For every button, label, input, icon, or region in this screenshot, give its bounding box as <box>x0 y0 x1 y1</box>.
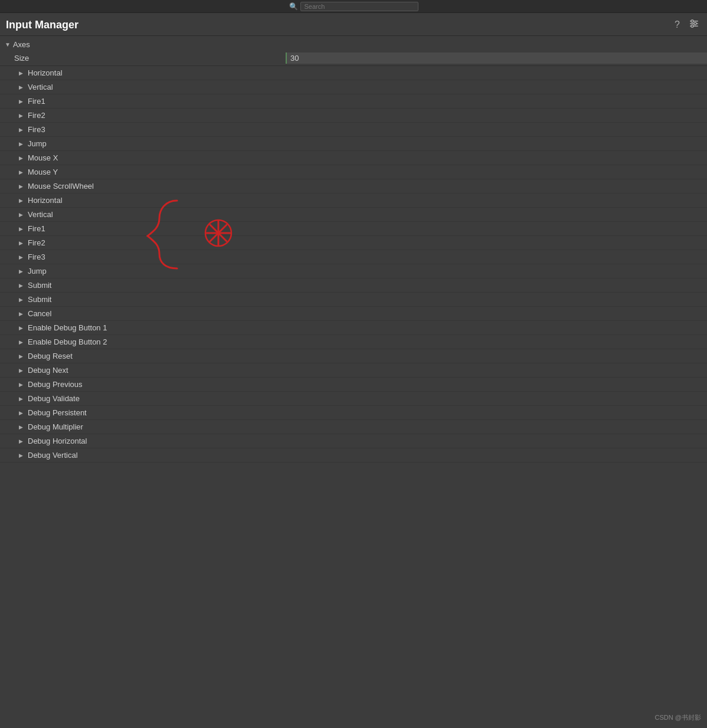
svg-point-4 <box>694 22 696 25</box>
list-item-label: Debug Previous <box>28 380 83 389</box>
list-item[interactable]: ▶Fire3 <box>0 123 707 137</box>
list-item-arrow-icon: ▶ <box>19 183 23 189</box>
list-item-arrow-icon: ▶ <box>19 198 23 204</box>
list-item-arrow-icon: ▶ <box>19 368 23 373</box>
axes-list: ▶Horizontal▶Vertical▶Fire1▶Fire2▶Fire3▶J… <box>0 66 707 463</box>
list-item-arrow-icon: ▶ <box>19 325 23 331</box>
list-item-label: Submit <box>28 281 51 290</box>
list-item[interactable]: ▶Fire1 <box>0 94 707 109</box>
list-item-label: Fire2 <box>28 111 45 120</box>
list-item-arrow-icon: ▶ <box>19 155 23 161</box>
list-item[interactable]: ▶Jump <box>0 137 707 151</box>
list-item-label: Jump <box>28 267 47 276</box>
list-item-label: Debug Horizontal <box>28 437 87 445</box>
list-item-label: Debug Persistent <box>28 408 87 417</box>
list-item[interactable]: ▶Debug Persistent <box>0 406 707 420</box>
search-bar: 🔍 <box>0 0 707 13</box>
list-item-label: Debug Next <box>28 366 68 375</box>
list-item[interactable]: ▶Horizontal <box>0 66 707 80</box>
list-item-arrow-icon: ▶ <box>19 311 23 317</box>
app-container: 🔍 Input Manager ? ▼ Axes <box>0 0 707 465</box>
list-item[interactable]: ▶Debug Vertical <box>0 448 707 463</box>
list-item[interactable]: ▶Mouse ScrollWheel <box>0 179 707 194</box>
list-item[interactable]: ▶Submit <box>0 293 707 307</box>
list-item-label: Mouse Y <box>28 168 58 176</box>
search-input[interactable] <box>300 2 418 11</box>
list-item[interactable]: ▶Debug Validate <box>0 392 707 406</box>
svg-point-5 <box>691 25 693 27</box>
list-item-arrow-icon: ▶ <box>19 113 23 119</box>
list-item[interactable]: ▶Debug Reset <box>0 349 707 363</box>
list-item[interactable]: ▶Fire2 <box>0 109 707 123</box>
list-item-arrow-icon: ▶ <box>19 452 23 458</box>
list-item[interactable]: ▶Mouse X <box>0 151 707 165</box>
list-item-arrow-icon: ▶ <box>19 283 23 288</box>
list-item-label: Mouse ScrollWheel <box>28 182 94 191</box>
list-item-label: Mouse X <box>28 153 58 162</box>
list-item-arrow-icon: ▶ <box>19 127 23 133</box>
axes-section-header[interactable]: ▼ Axes <box>0 38 707 51</box>
list-item-arrow-icon: ▶ <box>19 382 23 388</box>
list-item-arrow-icon: ▶ <box>19 84 23 90</box>
list-item[interactable]: ▶Fire1 <box>0 222 707 236</box>
list-item-arrow-icon: ▶ <box>19 254 23 260</box>
list-item[interactable]: ▶Enable Debug Button 2 <box>0 335 707 349</box>
list-item-label: Debug Reset <box>28 352 73 360</box>
content-area: ▼ Axes Size ▶Horizontal▶Vertical▶Fire1▶F… <box>0 36 707 465</box>
list-item-arrow-icon: ▶ <box>19 339 23 345</box>
list-item-arrow-icon: ▶ <box>19 99 23 104</box>
list-item-label: Debug Validate <box>28 394 80 403</box>
size-row: Size <box>0 51 707 66</box>
list-item[interactable]: ▶Vertical <box>0 80 707 94</box>
list-item-arrow-icon: ▶ <box>19 226 23 232</box>
list-item[interactable]: ▶Enable Debug Button 1 <box>0 321 707 335</box>
list-item[interactable]: ▶Debug Next <box>0 363 707 378</box>
size-label: Size <box>14 54 286 63</box>
list-item-arrow-icon: ▶ <box>19 70 23 76</box>
page-title: Input Manager <box>6 19 78 31</box>
list-item-label: Fire2 <box>28 238 45 247</box>
header-icons: ? <box>672 18 701 32</box>
list-item[interactable]: ▶Fire3 <box>0 250 707 264</box>
list-item[interactable]: ▶Jump <box>0 264 707 278</box>
list-item[interactable]: ▶Vertical <box>0 208 707 222</box>
list-item-arrow-icon: ▶ <box>19 240 23 246</box>
list-item-arrow-icon: ▶ <box>19 212 23 218</box>
size-input[interactable] <box>286 53 707 64</box>
list-item[interactable]: ▶Debug Horizontal <box>0 434 707 448</box>
list-item-arrow-icon: ▶ <box>19 424 23 430</box>
list-item-label: Cancel <box>28 309 51 318</box>
header: Input Manager ? <box>0 13 707 36</box>
list-item-arrow-icon: ▶ <box>19 169 23 175</box>
list-item[interactable]: ▶Submit <box>0 278 707 293</box>
list-item[interactable]: ▶Debug Previous <box>0 378 707 392</box>
list-item-arrow-icon: ▶ <box>19 396 23 402</box>
list-item[interactable]: ▶Cancel <box>0 307 707 321</box>
help-button[interactable]: ? <box>672 18 682 31</box>
list-item-label: Fire3 <box>28 125 45 134</box>
list-item-label: Debug Vertical <box>28 451 78 460</box>
settings-button[interactable] <box>687 18 701 32</box>
list-item-label: Horizontal <box>28 196 63 205</box>
svg-point-3 <box>691 20 693 22</box>
settings-icon <box>689 19 699 28</box>
axes-section-label: Axes <box>13 40 30 49</box>
list-item[interactable]: ▶Horizontal <box>0 194 707 208</box>
list-item-label: Debug Multiplier <box>28 422 83 431</box>
watermark: CSDN @书封影 <box>655 713 701 722</box>
list-item-label: Vertical <box>28 83 53 91</box>
list-item-arrow-icon: ▶ <box>19 297 23 303</box>
list-item-label: Enable Debug Button 2 <box>28 337 107 346</box>
list-item-arrow-icon: ▶ <box>19 353 23 359</box>
list-item[interactable]: ▶Fire2 <box>0 236 707 250</box>
list-item-label: Fire1 <box>28 224 45 233</box>
list-item-label: Jump <box>28 139 47 148</box>
list-item[interactable]: ▶Debug Multiplier <box>0 420 707 434</box>
list-item-label: Vertical <box>28 210 53 219</box>
list-item-label: Horizontal <box>28 68 63 77</box>
list-item[interactable]: ▶Mouse Y <box>0 165 707 179</box>
list-item-arrow-icon: ▶ <box>19 141 23 147</box>
list-item-arrow-icon: ▶ <box>19 410 23 416</box>
list-item-arrow-icon: ▶ <box>19 268 23 274</box>
list-item-arrow-icon: ▶ <box>19 438 23 444</box>
